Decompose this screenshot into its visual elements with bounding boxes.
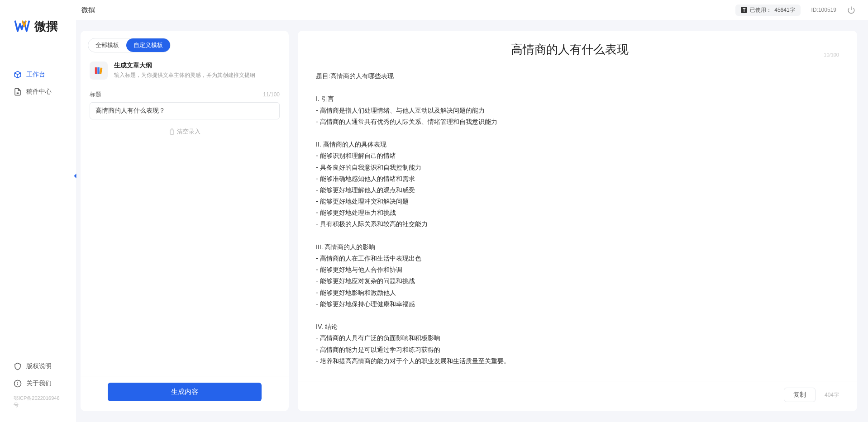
right-panel: 高情商的人有什么表现 10/100 题目:高情商的人有哪些表现 I. 引言 - … <box>298 31 857 411</box>
template-title: 生成文章大纲 <box>114 62 255 70</box>
nav-about[interactable]: 关于我们 <box>0 375 76 392</box>
document-icon <box>14 88 22 96</box>
nav-label: 关于我们 <box>26 379 52 388</box>
output-word-count: 404字 <box>825 391 839 399</box>
usage-prefix: 已使用： <box>750 6 772 14</box>
output-title-count: 10/100 <box>824 52 839 57</box>
user-id: ID:100519 <box>811 7 836 13</box>
template-card: 生成文章大纲 输入标题，为你提供文章主体的灵感，并为其创建推文提纲 <box>81 52 289 84</box>
topbar-right: T 已使用： 45641字 ID:100519 <box>735 5 855 16</box>
tab-all-templates[interactable]: 全部模板 <box>88 38 126 52</box>
clear-input-button[interactable]: 清空录入 <box>90 128 280 136</box>
nav-label: 工作台 <box>26 71 45 79</box>
generate-button[interactable]: 生成内容 <box>108 383 262 401</box>
title-field-section: 标题 11/100 清空录入 <box>81 84 289 142</box>
nav-label: 版权说明 <box>26 362 52 370</box>
usage-value: 45641字 <box>774 6 795 14</box>
cube-icon <box>14 71 22 79</box>
title-label: 标题 <box>90 90 101 99</box>
svg-rect-5 <box>100 67 103 74</box>
generate-footer: 生成内容 <box>81 376 289 411</box>
books-icon <box>90 62 108 80</box>
tab-custom-templates[interactable]: 自定义模板 <box>126 38 170 52</box>
power-icon[interactable] <box>847 6 855 14</box>
sidebar: 微撰 工作台 稿件中心 版权说明 关于我们 鄂ICP备2022016946号 <box>0 0 76 422</box>
template-tabs: 全部模板 自定义模板 <box>81 31 289 52</box>
icp-text: 鄂ICP备2022016946号 <box>0 392 76 413</box>
nav-workbench[interactable]: 工作台 <box>0 66 76 83</box>
t-icon: T <box>741 7 747 13</box>
title-char-count: 11/100 <box>263 91 280 98</box>
info-icon <box>14 379 22 388</box>
trash-icon <box>169 128 175 135</box>
nav-main: 工作台 稿件中心 <box>0 66 76 358</box>
sidebar-collapse-handle[interactable] <box>72 169 78 183</box>
page-title: 微撰 <box>81 6 95 14</box>
logo: 微撰 <box>0 0 76 39</box>
title-input[interactable] <box>90 102 280 119</box>
clear-label: 清空录入 <box>177 128 200 136</box>
output-header: 高情商的人有什么表现 10/100 <box>298 31 857 61</box>
copy-button[interactable]: 复制 <box>784 388 816 402</box>
template-desc: 输入标题，为你提供文章主体的灵感，并为其创建推文提纲 <box>114 71 255 79</box>
output-footer: 复制 404字 <box>298 381 857 411</box>
nav-copyright[interactable]: 版权说明 <box>0 358 76 375</box>
left-panel: 全部模板 自定义模板 生成文章大纲 输入标题，为你提供文章主体的灵感，并为其创建… <box>81 31 289 411</box>
main: 全部模板 自定义模板 生成文章大纲 输入标题，为你提供文章主体的灵感，并为其创建… <box>76 20 868 422</box>
shield-icon <box>14 362 22 370</box>
output-title: 高情商的人有什么表现 <box>316 42 824 57</box>
topbar: 微撰 T 已使用： 45641字 ID:100519 <box>76 0 868 20</box>
logo-text: 微撰 <box>34 19 58 34</box>
logo-icon <box>14 18 30 34</box>
svg-rect-4 <box>97 67 100 74</box>
nav-label: 稿件中心 <box>26 88 52 96</box>
output-content[interactable]: 题目:高情商的人有哪些表现 I. 引言 - 高情商是指人们处理情绪、与他人互动以… <box>298 64 857 381</box>
usage-badge[interactable]: T 已使用： 45641字 <box>735 5 800 16</box>
svg-rect-3 <box>95 67 97 74</box>
nav-drafts[interactable]: 稿件中心 <box>0 83 76 100</box>
nav-bottom: 版权说明 关于我们 鄂ICP备2022016946号 <box>0 358 76 422</box>
svg-point-2 <box>18 382 18 383</box>
